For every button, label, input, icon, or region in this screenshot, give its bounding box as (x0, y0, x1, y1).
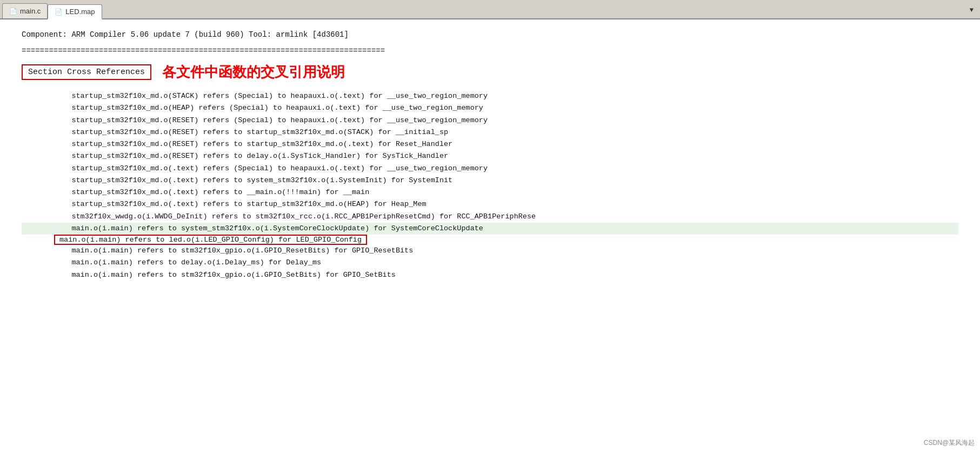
tab-main-c-icon: 📄 (9, 8, 17, 15)
code-line: startup_stm32f10x_md.o(STACK) refers (Sp… (22, 90, 958, 102)
content-area: Component: ARM Compiler 5.06 update 7 (b… (0, 19, 980, 452)
component-line: Component: ARM Compiler 5.06 update 7 (b… (22, 30, 958, 39)
code-line: main.o(i.main) refers to delay.o(i.Delay… (22, 257, 958, 269)
separator-line: ========================================… (22, 46, 958, 55)
code-line: stm32f10x_wwdg.o(i.WWDG_DeInit) refers t… (22, 211, 958, 223)
code-line: startup_stm32f10x_md.o(.text) refers to … (22, 175, 958, 186)
code-line: startup_stm32f10x_md.o(RESET) refers to … (22, 126, 958, 138)
code-line: main.o(i.main) refers to stm32f10x_gpio.… (22, 245, 958, 257)
section-header-row: Section Cross References 各文件中函数的交叉引用说明 (22, 63, 958, 82)
tab-led-map-icon: 📄 (55, 8, 63, 16)
code-line: startup_stm32f10x_md.o(.text) refers (Sp… (22, 163, 958, 175)
tab-bar: 📄 main.c 📄 LED.map ▼ (0, 0, 980, 19)
code-line: startup_stm32f10x_md.o(RESET) refers to … (22, 138, 958, 150)
section-cross-ref-box: Section Cross References (22, 64, 151, 80)
tab-main-c-label: main.c (20, 7, 41, 15)
watermark: CSDN@某风海起 (924, 438, 975, 448)
code-line: main.o(i.main) refers to system_stm32f10… (22, 223, 958, 235)
boxed-line-wrapper: main.o(i.main) refers to led.o(i.LED_GPI… (54, 235, 958, 245)
code-line: startup_stm32f10x_md.o(.text) refers to … (22, 198, 958, 210)
code-line: startup_stm32f10x_md.o(RESET) refers to … (22, 150, 958, 162)
dropdown-arrow-icon: ▼ (970, 6, 974, 14)
code-line: startup_stm32f10x_md.o(HEAP) refers (Spe… (22, 102, 958, 114)
tab-main-c[interactable]: 📄 main.c (2, 3, 48, 18)
tab-dropdown-button[interactable]: ▼ (965, 2, 978, 18)
code-lines-container: startup_stm32f10x_md.o(STACK) refers (Sp… (22, 90, 958, 281)
tab-led-map[interactable]: 📄 LED.map (48, 4, 102, 19)
code-line: main.o(i.main) refers to stm32f10x_gpio.… (22, 269, 958, 281)
boxed-code-line: main.o(i.main) refers to led.o(i.LED_GPI… (54, 235, 367, 245)
section-chinese-title: 各文件中函数的交叉引用说明 (162, 63, 345, 82)
tab-led-map-label: LED.map (65, 8, 95, 16)
code-line: startup_stm32f10x_md.o(.text) refers to … (22, 186, 958, 198)
code-line: startup_stm32f10x_md.o(RESET) refers (Sp… (22, 115, 958, 126)
